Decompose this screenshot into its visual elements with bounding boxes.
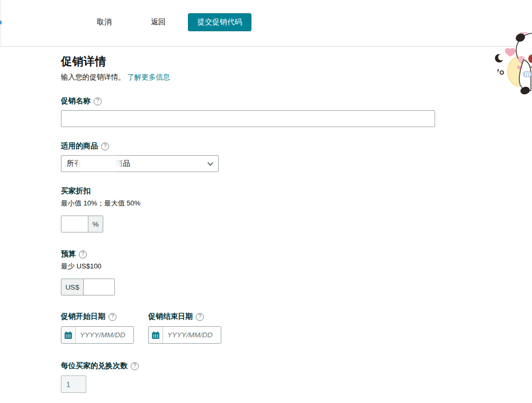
page-title: 促销详情 [61,54,532,69]
budget-label-row: 预算 ? [61,249,532,259]
end-date-label: 促销结束日期 [148,312,193,321]
learn-more-link[interactable]: 了解更多信息 [127,73,170,81]
back-button[interactable]: 返回 [151,17,166,27]
help-icon[interactable]: ? [101,142,109,150]
budget-input[interactable] [84,279,114,295]
redemptions-input [61,375,86,393]
help-icon[interactable]: ? [109,313,116,321]
subtitle-text: 输入您的促销详情。 [61,73,125,81]
promotion-name-label: 促销名称 [61,96,91,106]
field-promotion-name: 促销名称 ? [61,96,532,127]
buyer-discount-hint: 最小值 10%；最大值 50% [61,199,532,208]
submit-promotion-code-button[interactable]: 提交促销代码 [188,13,251,31]
calendar-icon [151,331,160,339]
help-icon[interactable]: ? [131,362,139,370]
start-date-input[interactable] [76,327,133,343]
start-date-label-row: 促销开始日期 ? [61,312,134,321]
end-date-label-row: 促销结束日期 ? [148,312,221,321]
help-icon[interactable]: ? [196,313,204,321]
start-date-label: 促销开始日期 [61,312,105,321]
field-applicable-products: 适用的商品 ? 所有 商品 [61,141,532,172]
buyer-discount-label: 买家折扣 [61,186,91,196]
end-date-calendar-icon[interactable] [149,327,163,343]
applicable-products-label-row: 适用的商品 ? [61,141,532,151]
top-action-bar: 取消 返回 提交促销代码 [0,0,532,47]
calendar-icon [64,331,73,339]
page-subtitle: 输入您的促销详情。 了解更多信息 [61,73,532,82]
field-end-date: 促销结束日期 ? [148,312,221,344]
left-edge-marker [0,21,2,24]
start-date-calendar-icon[interactable] [61,327,76,343]
buyer-discount-group: % [61,216,103,232]
promotion-details-panel: 促销详情 输入您的促销详情。 了解更多信息 促销名称 ? 适用的商品 ? 所有 … [0,47,532,403]
field-budget: 预算 ? 最少 US$100 US$ [61,249,532,295]
budget-label: 预算 [61,249,76,259]
start-date-group [61,326,134,344]
buyer-discount-input[interactable] [61,216,88,232]
help-icon[interactable]: ? [94,97,102,105]
applicable-products-label: 适用的商品 [61,141,98,151]
help-icon[interactable]: ? [79,250,87,258]
cancel-button[interactable]: 取消 [97,17,112,27]
end-date-group [148,326,221,344]
end-date-input[interactable] [163,327,221,343]
buyer-discount-label-row: 买家折扣 [61,186,532,196]
date-fields-row: 促销开始日期 ? [61,312,532,344]
budget-group: US$ [61,279,115,295]
applicable-products-select[interactable]: 所有 商品 [61,155,219,172]
promotion-name-label-row: 促销名称 ? [61,96,532,106]
percent-suffix: % [88,216,103,232]
budget-hint: 最少 US$100 [61,262,532,271]
field-buyer-discount: 买家折扣 最小值 10%；最大值 50% % [61,186,532,232]
redaction-blur [78,158,120,169]
currency-prefix: US$ [61,279,84,295]
field-redemptions-per-buyer: 每位买家的兑换次数 ? [61,361,532,393]
chevron-down-icon [208,160,213,166]
promotion-name-input[interactable] [61,110,435,127]
field-start-date: 促销开始日期 ? [61,312,134,344]
redemptions-label: 每位买家的兑换次数 [61,361,128,371]
redemptions-label-row: 每位买家的兑换次数 ? [61,361,532,371]
